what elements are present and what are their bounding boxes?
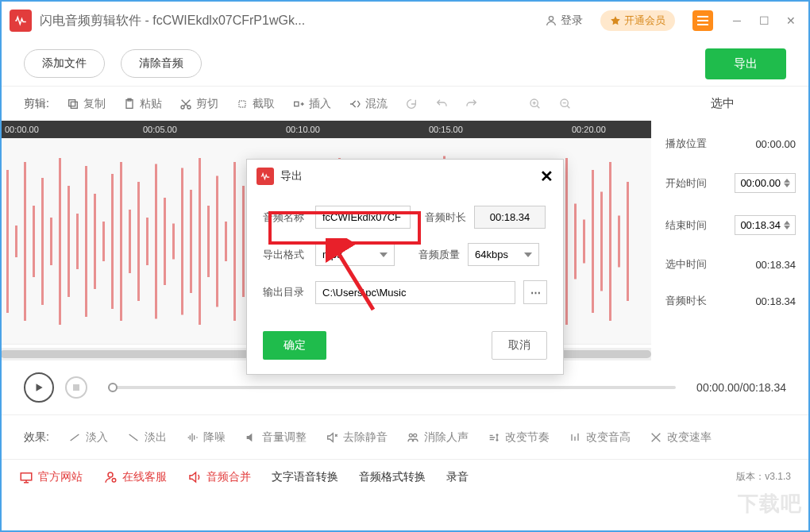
svg-point-12 [414,434,417,437]
watermark-text: 下载吧 [738,490,802,518]
outdir-label: 输出目录 [263,285,307,299]
play-pos-label: 播放位置 [665,137,707,151]
titlebar: 闪电音频剪辑软件 - fcCWIEkdlx07CFrP1wGk... 登录 开通… [0,0,810,41]
insert-button[interactable]: 插入 [292,97,331,111]
play-button[interactable] [24,372,54,403]
app-logo-icon [10,10,32,32]
zoom-in-icon[interactable] [529,98,542,110]
bottom-links: 官方网站 在线客服 音频合并 文字语音转换 音频格式转换 录音 版本：v3.1.… [0,459,810,494]
end-time-input[interactable]: 00:18.34 [735,215,796,235]
ok-button[interactable]: 确定 [263,331,326,360]
player-time: 00:00.00/00:18.34 [696,381,786,394]
version-text: 版本：v3.1.3 [736,470,791,484]
change-pitch-button[interactable]: 改变音高 [569,430,631,445]
support-link[interactable]: 在线客服 [103,470,167,484]
timeline-tick: 00:10.00 [286,125,320,134]
change-tempo-button[interactable]: 改变节奏 [488,430,550,445]
clear-audio-button[interactable]: 清除音频 [121,49,202,78]
svg-rect-1 [71,102,77,108]
maximize-button[interactable]: ☐ [754,11,773,30]
export-dialog: 导出 ✕ 音频名称 音频时长 导出格式 mp3 音频质量 64kbps 输出目录… [246,159,564,375]
timeline-tick: 00:15.00 [429,125,463,134]
svg-rect-2 [69,99,75,106]
timeline-tick: 00:05.00 [143,125,177,134]
svg-point-0 [549,17,553,21]
outdir-input[interactable] [315,281,515,304]
timeline[interactable]: 00:00.00 00:05.00 00:10.00 00:15.00 00:2… [0,121,651,138]
selected-time-label: 选中时间 [665,257,707,272]
format-select[interactable]: mp3 [315,243,395,266]
denoise-button[interactable]: 降噪 [186,430,226,445]
mix-button[interactable]: 混流 [349,97,388,111]
timeline-tick: 00:20.00 [572,125,606,134]
name-label: 音频名称 [263,210,307,225]
selected-header: 选中 [659,96,786,111]
record-link[interactable]: 录音 [446,470,469,484]
minimize-button[interactable]: ─ [727,11,746,30]
fade-out-button[interactable]: 淡出 [127,430,167,445]
play-pos-value: 00:00.00 [755,138,796,150]
timeline-tick: 00:00.00 [5,125,39,134]
quality-label: 音频质量 [418,248,460,262]
effects-label: 效果: [24,430,49,445]
effects-toolbar: 效果: 淡入 淡出 降噪 音量调整 去除静音 消除人声 改变节奏 改变音高 改变… [0,414,810,459]
redo-alt-icon[interactable] [405,98,418,110]
top-actions: 添加文件 清除音频 导出 [0,41,810,86]
crop-button[interactable]: 截取 [236,97,275,111]
format-label: 导出格式 [263,248,307,262]
audio-merge-link[interactable]: 音频合并 [187,470,251,484]
dialog-title: 导出 [280,169,534,183]
duration-value: 00:18.34 [755,295,796,307]
start-time-input[interactable]: 00:00.00 [735,173,796,193]
format-convert-link[interactable]: 音频格式转换 [359,470,426,484]
cancel-button[interactable]: 取消 [492,331,547,360]
edit-label: 剪辑: [24,97,49,111]
copy-button[interactable]: 复制 [67,97,106,111]
vip-button[interactable]: 开通会员 [600,10,675,31]
dialog-logo-icon [256,168,274,185]
svg-rect-13 [21,472,32,480]
tts-link[interactable]: 文字语音转换 [272,470,338,484]
redo-icon[interactable] [465,98,478,110]
stop-button[interactable] [65,376,87,399]
duration-readonly [474,206,546,229]
remove-silence-button[interactable]: 去除静音 [326,430,388,445]
svg-rect-7 [239,101,245,107]
zoom-out-icon[interactable] [559,98,572,110]
edit-toolbar: 剪辑: 复制 粘贴 剪切 截取 插入 混流 选中 [0,86,810,121]
change-speed-button[interactable]: 改变速率 [650,430,712,445]
official-site-link[interactable]: 官方网站 [19,470,83,484]
dialog-close-button[interactable]: ✕ [540,167,554,186]
login-link[interactable]: 登录 [545,13,583,28]
end-time-label: 结束时间 [665,218,707,233]
paste-button[interactable]: 粘贴 [123,97,162,111]
quality-select[interactable]: 64kbps [468,243,539,266]
app-title: 闪电音频剪辑软件 - fcCWIEkdlx07CFrP1wGk... [40,13,305,29]
undo-icon[interactable] [435,98,448,110]
export-button[interactable]: 导出 [705,48,786,79]
volume-button[interactable]: 音量调整 [245,430,307,445]
duration-label-modal: 音频时长 [425,210,466,225]
close-button[interactable]: ✕ [781,11,800,30]
svg-point-14 [108,472,113,477]
fade-in-button[interactable]: 淡入 [68,430,108,445]
cut-button[interactable]: 剪切 [179,97,218,111]
duration-label: 音频时长 [665,294,707,308]
start-time-label: 开始时间 [665,176,707,191]
info-sidebar: 播放位置00:00.00 开始时间 00:00.00 结束时间 00:18.34… [651,121,810,360]
progress-slider[interactable] [108,386,676,389]
selected-time-value: 00:18.34 [755,259,796,271]
menu-icon[interactable] [692,10,713,31]
svg-rect-8 [295,102,299,106]
name-input[interactable] [315,206,411,229]
add-file-button[interactable]: 添加文件 [24,49,105,78]
svg-point-11 [409,434,412,437]
browse-button[interactable]: ⋯ [523,280,547,304]
remove-vocals-button[interactable]: 消除人声 [407,430,469,445]
